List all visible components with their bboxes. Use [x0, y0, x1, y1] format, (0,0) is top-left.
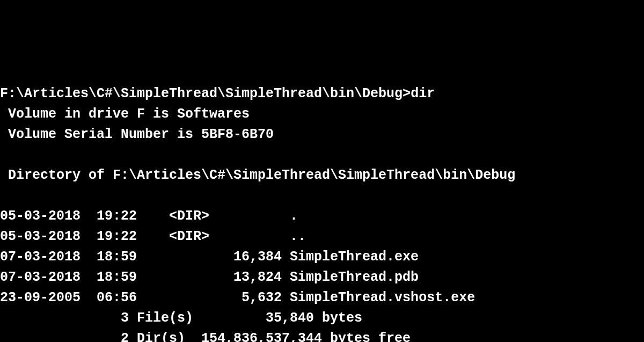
summary-dirs-line: 2 Dir(s) 154,836,537,344 bytes free: [0, 329, 644, 342]
dir-entry: 07-03-2018 18:59 13,824 SimpleThread.pdb: [0, 267, 644, 288]
volume-label-line: Volume in drive F is Softwares: [0, 104, 644, 125]
dir-entry: 23-09-2005 06:56 5,632 SimpleThread.vsho…: [0, 288, 644, 308]
directory-of-line: Directory of F:\Articles\C#\SimpleThread…: [0, 165, 644, 186]
summary-files-line: 3 File(s) 35,840 bytes: [0, 308, 644, 329]
prompt-command: dir: [411, 86, 435, 101]
blank-line: [0, 145, 644, 165]
terminal-output[interactable]: F:\Articles\C#\SimpleThread\SimpleThread…: [0, 84, 644, 342]
volume-serial-line: Volume Serial Number is 5BF8-6B70: [0, 125, 644, 145]
blank-line: [0, 186, 644, 206]
prompt-path: F:\Articles\C#\SimpleThread\SimpleThread…: [0, 86, 411, 101]
prompt-line-1: F:\Articles\C#\SimpleThread\SimpleThread…: [0, 84, 644, 104]
dir-entry: 07-03-2018 18:59 16,384 SimpleThread.exe: [0, 247, 644, 267]
dir-entry: 05-03-2018 19:22 <DIR> ..: [0, 227, 644, 247]
dir-entry: 05-03-2018 19:22 <DIR> .: [0, 206, 644, 227]
